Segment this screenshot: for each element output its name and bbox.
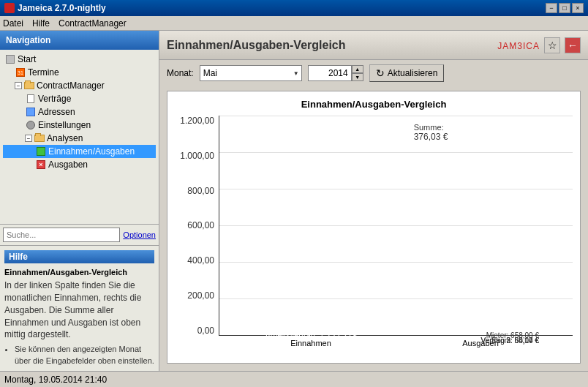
- header-actions: JAM3ICA ☆ ←: [497, 37, 581, 53]
- sidebar-item-termine[interactable]: 31 Termine: [3, 66, 156, 79]
- green-icon: [35, 146, 47, 157]
- calendar-icon: 31: [15, 67, 26, 78]
- help-title: Hilfe: [4, 250, 154, 263]
- menubar: Datei Hilfe ContractManager: [0, 16, 588, 31]
- page-title: Einnahmen/Ausgaben-Vergleich: [167, 39, 346, 52]
- home-icon: [4, 53, 16, 65]
- sidebar-item-einnahmen-ausgaben[interactable]: Einnahmen/Ausgaben: [3, 145, 156, 158]
- y-label-1000: 1.000,00: [180, 151, 214, 161]
- y-label-800: 800,00: [187, 186, 214, 196]
- miete-label: Mieter: 658,00 €: [486, 331, 539, 339]
- optionen-link[interactable]: Optionen: [123, 230, 156, 239]
- titlebar: Jameica 2.7.0-nightly − □ ×: [0, 0, 588, 16]
- minimize-button[interactable]: −: [546, 3, 557, 13]
- chart-container: Einnahmen/Ausgaben-Vergleich 1.200,00 1.…: [167, 91, 581, 364]
- refresh-icon: ↻: [376, 67, 385, 79]
- doc-icon: [25, 93, 37, 105]
- content-header: Einnahmen/Ausgaben-Vergleich JAM3ICA ☆ ←: [159, 31, 588, 60]
- sidebar-item-ausgaben[interactable]: × Ausgaben: [3, 158, 156, 171]
- jameica-logo: JAM3ICA: [497, 37, 540, 53]
- content-area: Einnahmen/Ausgaben-Vergleich JAM3ICA ☆ ←…: [159, 31, 588, 371]
- expand-contractmanager[interactable]: −: [15, 82, 22, 89]
- favorite-button[interactable]: ☆: [544, 37, 560, 53]
- y-label-600: 600,00: [187, 220, 214, 230]
- menu-contractmanager[interactable]: ContractManager: [59, 18, 127, 29]
- month-select-wrapper: Mai: [200, 65, 302, 81]
- red-x-icon: ×: [35, 159, 47, 170]
- month-select[interactable]: Mai: [200, 65, 302, 81]
- app-icon: [4, 3, 15, 13]
- nav-tree: Start 31 Termine − ContractManager Vertr…: [0, 50, 159, 224]
- grid-and-bars: Summe:376,03 € Arbeitsvertrag: 1.233,33 …: [219, 116, 573, 336]
- close-button[interactable]: ×: [572, 3, 584, 13]
- main-layout: Navigation Start 31 Termine − ContractMa…: [0, 31, 588, 371]
- maximize-button[interactable]: □: [559, 3, 570, 13]
- year-spinner: ▲ ▼: [352, 65, 363, 81]
- y-axis: 1.200,00 1.000,00 800,00 600,00 400,00 2…: [175, 116, 219, 350]
- sidebar-item-vertraege[interactable]: Verträge: [3, 92, 156, 105]
- year-down-button[interactable]: ▼: [352, 73, 363, 81]
- folder-icon: [23, 80, 35, 91]
- toolbar: Monat: Mai 2014 ▲ ▼ ↻ Aktualisieren: [159, 60, 588, 86]
- bar-chart: 1.200,00 1.000,00 800,00 600,00 400,00 2…: [175, 116, 573, 350]
- help-bullet-1: Sie können den angezeigten Monat über di…: [15, 344, 154, 367]
- window-controls[interactable]: − □ ×: [546, 3, 584, 13]
- y-label-0: 0,00: [197, 326, 214, 336]
- expand-analysen[interactable]: −: [25, 135, 32, 142]
- menu-datei[interactable]: Datei: [3, 18, 23, 29]
- chart-body: Summe:376,03 € Arbeitsvertrag: 1.233,33 …: [219, 116, 573, 350]
- x-label-einnahmen: Einnahmen: [248, 339, 374, 347]
- nav-header: Navigation: [0, 31, 159, 50]
- sidebar-item-analysen[interactable]: − Analysen: [3, 132, 156, 145]
- y-label-1200: 1.200,00: [180, 116, 214, 126]
- gear-icon: [25, 119, 37, 131]
- help-subtitle: Einnahmen/Ausgaben-Vergleich: [4, 268, 154, 277]
- help-section: Hilfe Einnahmen/Ausgaben-Vergleich In de…: [0, 245, 159, 371]
- chart-title: Einnahmen/Ausgaben-Vergleich: [175, 99, 573, 110]
- sidebar-item-adressen[interactable]: Adressen: [3, 105, 156, 119]
- title-bar-title: Jameica 2.7.0-nightly: [4, 3, 106, 13]
- status-text: Montag, 19.05.2014 21:40: [4, 375, 107, 385]
- y-label-400: 400,00: [187, 255, 214, 266]
- address-icon: [25, 106, 37, 118]
- year-input-group: 2014 ▲ ▼: [308, 65, 363, 81]
- search-input[interactable]: [3, 228, 120, 242]
- einnahmen-bar-label: Arbeitsvertrag: 1.233,33 €: [265, 331, 358, 339]
- search-bar: Optionen: [0, 224, 159, 245]
- statusbar: Montag, 19.05.2014 21:40: [0, 371, 588, 387]
- sidebar-item-start[interactable]: Start: [3, 53, 156, 66]
- monat-label: Monat:: [167, 68, 194, 78]
- year-up-button[interactable]: ▲: [352, 65, 363, 73]
- sidebar-item-einstellungen[interactable]: Einstellungen: [3, 119, 156, 132]
- sidebar: Navigation Start 31 Termine − ContractMa…: [0, 31, 159, 371]
- back-button[interactable]: ←: [565, 37, 581, 53]
- aktualisieren-button[interactable]: ↻ Aktualisieren: [369, 64, 445, 82]
- help-text: In der linken Spalte finden Sie die mona…: [4, 279, 154, 367]
- year-input[interactable]: 2014: [308, 65, 352, 81]
- folder-analysen-icon: [34, 132, 45, 144]
- y-label-200: 200,00: [187, 290, 214, 301]
- chart-area: Einnahmen/Ausgaben-Vergleich 1.200,00 1.…: [159, 86, 588, 371]
- menu-hilfe[interactable]: Hilfe: [32, 18, 50, 29]
- bars-row: Arbeitsvertrag: 1.233,33 € Strom: 80,00 …: [219, 116, 573, 335]
- sidebar-item-contractmanager[interactable]: − ContractManager: [3, 79, 156, 92]
